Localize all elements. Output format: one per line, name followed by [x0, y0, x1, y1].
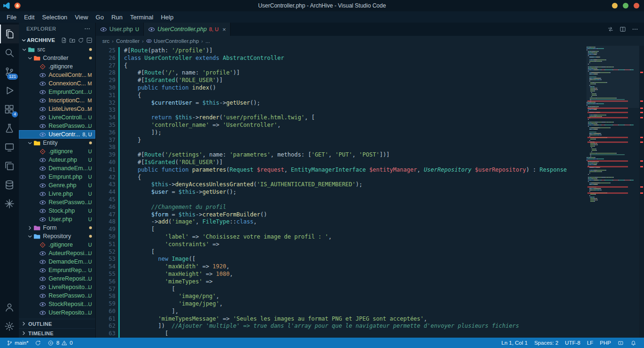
- screencast-icon[interactable]: [615, 338, 627, 348]
- problems-status[interactable]: 8 0: [45, 338, 75, 348]
- tab-user-php[interactable]: User.phpU: [96, 23, 144, 36]
- outline-section[interactable]: OUTLINE: [19, 319, 95, 328]
- tree-item-entity[interactable]: Entity: [19, 139, 95, 147]
- tree-item-demandeem[interactable]: DemandeEm...U: [19, 257, 95, 266]
- code-line: 25#[Route(path: '/profile')]: [96, 47, 586, 55]
- tree-item-src[interactable]: src: [19, 45, 95, 54]
- new-file-icon[interactable]: [61, 37, 67, 43]
- settings-icon[interactable]: [0, 317, 19, 336]
- menu-item-help[interactable]: Help: [157, 14, 177, 21]
- tree-item-stockreposit[interactable]: StockReposit...U: [19, 300, 95, 308]
- status-bar: main* 8 0 Ln 1, Col 1 Spaces: 2 UTF-8 LF…: [0, 338, 644, 348]
- explorer-more-icon[interactable]: [84, 25, 91, 32]
- workspace-section-header[interactable]: ARCHHIVE: [19, 35, 95, 45]
- git-status-badge: M: [88, 72, 92, 78]
- encoding-status[interactable]: UTF-8: [562, 338, 583, 348]
- tree-item-resetpasswo[interactable]: ResetPasswo...U: [19, 291, 95, 300]
- breadcrumb-item-[interactable]: ...: [206, 38, 210, 44]
- notifications-bell-icon[interactable]: [627, 338, 639, 348]
- tree-item-gitignore[interactable]: .gitignoreU: [19, 147, 95, 156]
- pages-icon[interactable]: [0, 157, 19, 175]
- tree-item-inscriptionc[interactable]: InscriptionC...M: [19, 96, 95, 105]
- new-folder-icon[interactable]: [69, 37, 75, 43]
- menu-item-file[interactable]: File: [3, 14, 20, 21]
- tree-item-accueilcontr[interactable]: AccueilContr...M: [19, 71, 95, 79]
- tree-item-auteur-php[interactable]: Auteur.phpU: [19, 156, 95, 164]
- tree-item-usercontr[interactable]: UserContr...8, U: [19, 130, 95, 139]
- minimize-button[interactable]: [612, 3, 618, 8]
- split-editor-icon[interactable]: [619, 26, 626, 33]
- tree-item-repository[interactable]: Repository: [19, 232, 95, 240]
- eol-status[interactable]: LF: [584, 338, 596, 348]
- tree-item-auteurreposi[interactable]: AuteurReposi...U: [19, 249, 95, 257]
- tree-item-connexionc[interactable]: ConnexionC...M: [19, 79, 95, 88]
- menu-item-selection[interactable]: Selection: [38, 14, 71, 21]
- language-mode-status[interactable]: PHP: [597, 338, 614, 348]
- menu-item-go[interactable]: Go: [92, 14, 107, 21]
- menu-item-run[interactable]: Run: [107, 14, 126, 21]
- folder-icon: [33, 140, 41, 147]
- tab-git-badge: U: [135, 26, 139, 32]
- tree-item-form[interactable]: Form: [19, 224, 95, 232]
- tree-item-livre-php[interactable]: Livre.phpU: [19, 190, 95, 198]
- breadcrumb-item-usercontroller-php[interactable]: UserController.php: [146, 38, 199, 44]
- code-area[interactable]: 25#[Route(path: '/profile')]26class User…: [96, 46, 586, 338]
- tree-item-resetpasswo[interactable]: ResetPasswo...U: [19, 198, 95, 207]
- breadcrumb-item-src[interactable]: src: [102, 38, 109, 44]
- git-status-badge: U: [88, 242, 92, 248]
- tree-item-user-php[interactable]: User.phpU: [19, 215, 95, 224]
- overview-error-mark: [640, 160, 643, 162]
- maximize-button[interactable]: [623, 3, 628, 8]
- sparkle-icon[interactable]: [0, 194, 19, 213]
- tree-item-livrereposito[interactable]: LivreReposito...U: [19, 283, 95, 291]
- tree-item-empruntrep[interactable]: EmpruntRep...U: [19, 266, 95, 274]
- explorer-icon[interactable]: [0, 25, 19, 43]
- accounts-icon[interactable]: [0, 298, 19, 317]
- extensions-icon[interactable]: 4: [0, 100, 19, 119]
- close-window-button[interactable]: [634, 3, 639, 8]
- menu-item-edit[interactable]: Edit: [20, 14, 38, 21]
- tab-usercontroller-php[interactable]: UserController.php8, U×: [144, 23, 231, 36]
- tree-item-gitignore[interactable]: .gitignoreU: [19, 240, 95, 249]
- code-line: 36 ]);: [96, 129, 586, 137]
- timeline-section[interactable]: TIMELINE: [19, 328, 95, 338]
- tree-item-controller[interactable]: Controller: [19, 54, 95, 62]
- close-tab-icon[interactable]: ×: [223, 26, 226, 33]
- database-icon[interactable]: [0, 175, 19, 194]
- tree-item-demandeem[interactable]: DemandeEm...U: [19, 164, 95, 173]
- search-icon[interactable]: [0, 43, 19, 62]
- tree-item-resetpasswo[interactable]: ResetPasswo...U: [19, 122, 95, 130]
- git-status-badge: U: [88, 267, 92, 273]
- git-branch-status[interactable]: main*: [4, 338, 31, 348]
- refresh-explorer-icon[interactable]: [78, 37, 84, 43]
- breadcrumb-separator: ›: [112, 38, 114, 44]
- run-debug-icon[interactable]: [0, 81, 19, 100]
- tree-item-empruntcont[interactable]: EmpruntCont...U: [19, 88, 95, 96]
- breadcrumb-label: UserController.php: [154, 38, 199, 44]
- source-control-icon[interactable]: 121: [0, 62, 19, 81]
- tree-item-userreposito[interactable]: UserReposito...U: [19, 308, 95, 317]
- tree-item-genrereposit[interactable]: GenreReposit...U: [19, 274, 95, 283]
- cursor-position-status[interactable]: Ln 1, Col 1: [499, 338, 531, 348]
- git-status-badge: U: [88, 208, 92, 214]
- menu-item-terminal[interactable]: Terminal: [126, 14, 157, 21]
- remote-explorer-icon[interactable]: [0, 138, 19, 157]
- tree-item-livrecontroll[interactable]: LivreControll...U: [19, 113, 95, 122]
- sync-changes-button[interactable]: [32, 338, 44, 348]
- tree-item-listelivresco[interactable]: ListeLivresCo...M: [19, 105, 95, 113]
- breadcrumb-item-controller[interactable]: Controller: [116, 38, 140, 44]
- tree-item-stock-php[interactable]: Stock.phpU: [19, 207, 95, 215]
- menu-item-view[interactable]: View: [71, 14, 92, 21]
- minimap[interactable]: [586, 46, 639, 338]
- code-line: 42 {: [96, 174, 586, 182]
- tree-item-genre-php[interactable]: Genre.phpU: [19, 181, 95, 190]
- php-file-icon: [39, 157, 46, 164]
- tree-item-gitignore[interactable]: .gitignore: [19, 62, 95, 71]
- collapse-folders-icon[interactable]: [86, 37, 92, 43]
- open-changes-icon[interactable]: [607, 26, 614, 33]
- testing-icon[interactable]: [0, 119, 19, 138]
- indentation-status[interactable]: Spaces: 2: [531, 338, 561, 348]
- tree-item-emprunt-php[interactable]: Emprunt.phpU: [19, 173, 95, 181]
- git-status-badge: U: [88, 157, 92, 163]
- more-actions-icon[interactable]: [632, 26, 638, 33]
